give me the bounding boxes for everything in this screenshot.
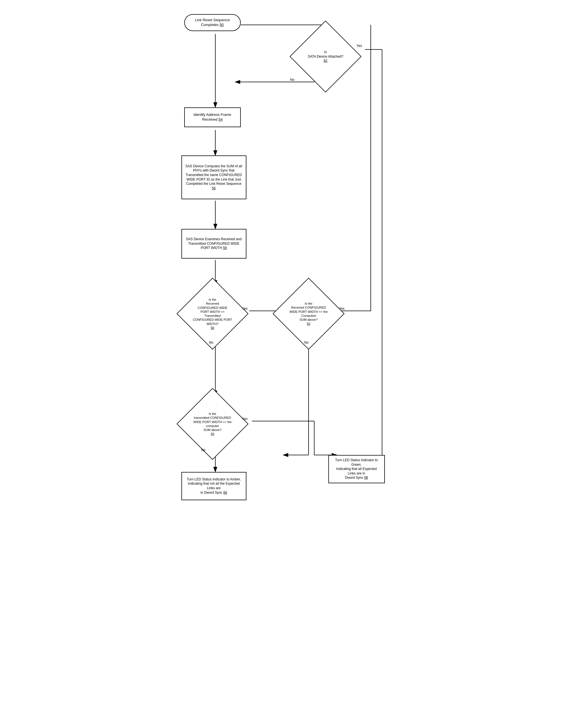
d64-no-label: No <box>201 448 205 452</box>
green-node: Turn LED Status Indicator to Green,Indic… <box>328 455 385 483</box>
diamond-62: Is theReceived CONFIGUREDWIDE PORT WIDTH… <box>280 285 337 342</box>
diamond-64: Is thetransmitted CONFIGUREDWIDE PORT WI… <box>184 396 241 452</box>
sata-no-label: No <box>290 78 294 82</box>
d62-yes-label: Yes <box>339 307 345 311</box>
sata-yes-label: Yes <box>357 44 362 48</box>
amber-node: Turn LED Status Indicator to Amber,Indic… <box>181 472 246 500</box>
d64-yes-label: Yes <box>242 417 248 421</box>
flowchart: Link Reset Sequence Completes 50 IsSATA … <box>179 6 388 684</box>
identify-node: Identify Address Frame Received 54 <box>184 107 241 127</box>
sata-diamond: IsSATA Device Attached?62 <box>297 28 354 85</box>
start-node: Link Reset Sequence Completes 50 <box>184 14 241 31</box>
compute-sum-node: SAS Device Computes the SUM of all PHYs … <box>181 155 246 199</box>
d60-yes-label: Yes <box>242 307 248 311</box>
d60-no-label: No <box>209 341 213 345</box>
diamond-60: Is theReceivedCONFIGURED WIDEPORT WIDTH … <box>184 285 241 342</box>
d62-no-label: No <box>304 341 309 345</box>
examines-node: SAS Device Examines Received and Transmi… <box>181 229 246 259</box>
